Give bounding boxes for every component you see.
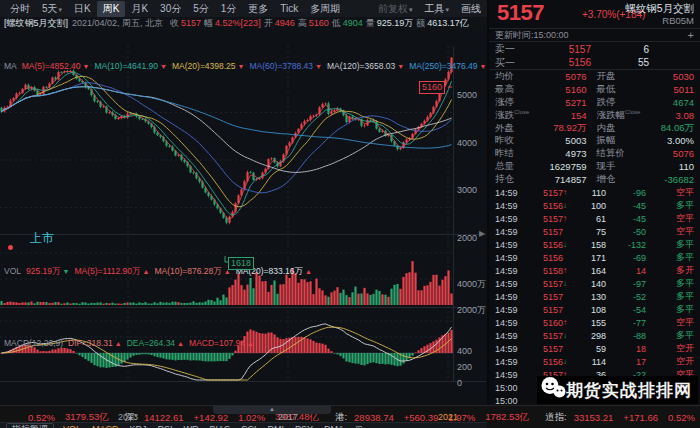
indicator-tab[interactable]: MACD [92, 424, 119, 428]
ma-value: MA(20)=4398.25 [172, 61, 236, 71]
trend-arrow-icon: ▲ [177, 340, 184, 347]
update-time: 更新时间:15:00:00 [495, 29, 569, 42]
quote-label: 持仓 [495, 173, 531, 186]
bid-price: 5156 [533, 57, 591, 68]
tick-type: 多平 [646, 290, 694, 303]
plus-icon[interactable]: + [688, 29, 694, 41]
quote-value: 4674 [639, 97, 695, 108]
tick-row: 14:595156↓158-132多平 [489, 238, 700, 251]
tick-delta: -54 [606, 305, 646, 315]
tick-list[interactable]: 14:595157↑110-96空平14:595156↓100-45多平14:5… [489, 186, 700, 405]
tick-time: 14:59 [495, 240, 525, 250]
tick-price: 5157 [525, 292, 563, 302]
quote-label: 现手 [587, 160, 639, 173]
indicator-tab[interactable]: VOL [63, 424, 81, 428]
tick-row: 14:595156171-69多平 [489, 251, 700, 264]
quote-label: 均价 [495, 70, 531, 83]
trend-arrow-icon: ▼ [83, 63, 90, 70]
quote-field-label: 收 [170, 18, 179, 28]
indicator-manager-button[interactable]: 指标管理 [6, 423, 54, 428]
candlestick-chart[interactable] [0, 30, 486, 405]
quote-field-value: 4.52%[223] [215, 18, 261, 28]
tick-type: 空平 [646, 186, 694, 199]
tick-arrow-icon: ↓ [563, 279, 572, 288]
period-tab[interactable]: 月K [125, 1, 154, 17]
period-tab[interactable]: Tick [274, 2, 304, 15]
toolbar-menu-item[interactable]: 前复权▾ [372, 1, 419, 17]
quote-field-label: 高 [298, 18, 307, 28]
period-tab[interactable]: 5分 [187, 1, 215, 17]
tick-price: 5156 [525, 357, 563, 367]
period-tab[interactable]: 周K [97, 1, 126, 17]
indicator-tab[interactable]: CCI [241, 424, 257, 428]
indicator-tab[interactable]: BIAS [210, 424, 231, 428]
quote-label: 总量 [495, 160, 531, 173]
contract-title: 螺纹钢5月交割 [625, 2, 694, 16]
period-tab[interactable]: 更多 [242, 1, 274, 17]
quote-panel: 5157 +3.70%(+184) 螺纹钢5月交割 RB05M 更新时间:15:… [487, 0, 700, 405]
label-superscript: Close [514, 109, 529, 115]
tick-type: 空开 [646, 355, 694, 368]
period-tab[interactable]: 多周期 [304, 1, 346, 17]
macd-value: MACD(12,26,9) [4, 338, 63, 348]
add-indicator-icon[interactable]: ⊞ [355, 424, 363, 428]
ask-price: 5157 [533, 44, 591, 55]
tick-type: 多平 [646, 199, 694, 212]
trend-arrow-icon: ▼ [480, 63, 487, 70]
quote-pair-row: 涨跌Close154涨跌幅Close3.08 [489, 109, 700, 122]
ma-value: MA(250)=3476.49 [409, 61, 477, 71]
indicator-tab[interactable]: WR [184, 424, 199, 428]
indicator-tab[interactable]: RSI [158, 424, 173, 428]
period-tab[interactable]: 1分 [215, 1, 243, 17]
tick-delta: -50 [606, 227, 646, 237]
tick-type: 空开 [646, 342, 694, 355]
quote-label: 振幅 [587, 134, 639, 147]
macd-indicator-row: MACD(12,26,9)DIF=318.31▲DEA=264.34▲MACD=… [4, 338, 259, 348]
panel-collapse-handle[interactable]: ▶ [479, 229, 485, 238]
quote-field-value: 5160 [309, 18, 329, 28]
quote-label: 结算价 [587, 147, 639, 160]
tick-delta: 17 [606, 357, 646, 367]
quote-pair-row: 外盘78.92万内盘84.06万 [489, 122, 700, 135]
quote-value: 5076 [531, 71, 587, 82]
low-price-tag: 1618 [228, 257, 254, 270]
tick-time: 14:59 [495, 305, 525, 315]
bid-qty: 55 [591, 57, 649, 68]
tick-row: 14:595158↑16414多开 [489, 264, 700, 277]
wechat-icon [540, 376, 566, 404]
quote-pair-row: 涨停5271跌停4674 [489, 96, 700, 109]
quote-value: 5271 [531, 97, 587, 108]
tick-row: 14:595157↓298-88多平 [489, 329, 700, 342]
trend-arrow-icon: ▼ [315, 63, 322, 70]
tick-price: 5157 [525, 344, 563, 354]
futures-trading-app: 分时5天▾日K周K月K30分5分1分更多Tick多周期前复权▾工具▾画线 [螺纹… [0, 0, 700, 428]
quote-field-label: 量 [366, 18, 375, 28]
trend-arrow-icon: ▼ [160, 63, 167, 70]
toolbar-right-group: 前复权▾工具▾画线 [372, 1, 487, 17]
period-tab[interactable]: 5天▾ [36, 1, 68, 17]
indicator-tab[interactable]: KDJ [130, 424, 147, 428]
last-price: 5157 [497, 0, 544, 26]
tick-volume: 164 [572, 266, 606, 276]
bid-label: 买一 [495, 56, 533, 70]
toolbar-menu-item[interactable]: 画线 [455, 1, 487, 17]
tick-time: 14:59 [495, 370, 525, 380]
macd-value: DEA=264.34 [127, 338, 175, 348]
tick-row: 14:595157↑110-96空平 [489, 186, 700, 199]
tick-time: 14:59 [495, 227, 525, 237]
indicator-tab[interactable]: PSY [295, 424, 313, 428]
quote-value: 3.08 [639, 110, 695, 121]
toolbar-menu-item[interactable]: 工具▾ [418, 1, 455, 17]
trend-arrow-icon: ▲ [247, 340, 254, 347]
period-tab[interactable]: 分时 [4, 1, 36, 17]
quote-value: 154 [531, 110, 587, 121]
indicator-tab[interactable]: DMA [324, 424, 344, 428]
tick-price: 5156 [525, 240, 563, 250]
indicator-tab[interactable]: DMI [268, 424, 285, 428]
watermark: 期货实战排排网 [537, 376, 698, 404]
period-tab[interactable]: 30分 [154, 1, 187, 17]
tick-volume: 59 [572, 344, 606, 354]
index-value: 33153.21 [574, 412, 614, 423]
axis-tick-label: 400 [457, 346, 487, 356]
period-tab[interactable]: 日K [68, 1, 97, 17]
